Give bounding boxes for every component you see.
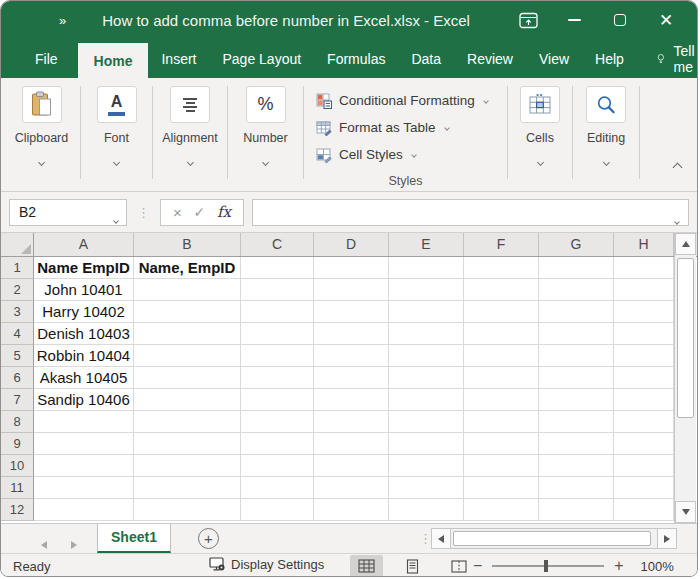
cancel-icon[interactable]: × — [173, 204, 182, 221]
cell-C12[interactable] — [241, 499, 314, 521]
cell-B12[interactable] — [134, 499, 241, 521]
column-header-G[interactable]: G — [539, 233, 614, 256]
cell-F4[interactable] — [464, 323, 539, 345]
previous-sheet-button[interactable] — [41, 535, 47, 553]
cell-D8[interactable] — [314, 411, 389, 433]
tab-data[interactable]: Data — [398, 39, 454, 78]
cell-D11[interactable] — [314, 477, 389, 499]
cell-G7[interactable] — [539, 389, 614, 411]
cell-D6[interactable] — [314, 367, 389, 389]
cell-styles-button[interactable]: Cell Styles — [304, 144, 507, 165]
cell-A4[interactable]: Denish 10403 — [34, 323, 134, 345]
row-header-4[interactable]: 4 — [1, 323, 34, 345]
name-box-dropdown-button[interactable] — [114, 210, 118, 226]
cell-B5[interactable] — [134, 345, 241, 367]
cell-E7[interactable] — [389, 389, 464, 411]
cell-A7[interactable]: Sandip 10406 — [34, 389, 134, 411]
formula-bar[interactable] — [252, 199, 689, 226]
cell-D10[interactable] — [314, 455, 389, 477]
tab-view[interactable]: View — [526, 39, 582, 78]
horizontal-scroll-track[interactable] — [451, 528, 657, 549]
cell-E9[interactable] — [389, 433, 464, 455]
quick-access-toolbar-chevron-icon[interactable]: » — [59, 13, 67, 28]
cell-G4[interactable] — [539, 323, 614, 345]
row-header-11[interactable]: 11 — [1, 477, 34, 499]
cell-B10[interactable] — [134, 455, 241, 477]
enter-check-icon[interactable]: ✓ — [194, 204, 206, 220]
editing-group-button[interactable]: Editing — [573, 84, 639, 169]
cell-G12[interactable] — [539, 499, 614, 521]
tab-page-layout[interactable]: Page Layout — [209, 39, 314, 78]
column-header-F[interactable]: F — [464, 233, 539, 256]
cell-H4[interactable] — [614, 323, 674, 345]
cell-F9[interactable] — [464, 433, 539, 455]
number-group-button[interactable]: % Number — [228, 84, 303, 169]
cell-G9[interactable] — [539, 433, 614, 455]
cell-C2[interactable] — [241, 279, 314, 301]
cell-A10[interactable] — [34, 455, 134, 477]
tab-help[interactable]: Help — [582, 39, 637, 78]
cell-H1[interactable] — [614, 257, 674, 279]
cell-C8[interactable] — [241, 411, 314, 433]
tab-insert[interactable]: Insert — [148, 39, 209, 78]
tab-review[interactable]: Review — [454, 39, 526, 78]
cells-group-button[interactable]: Cells — [508, 84, 572, 169]
vertical-scroll-thumb[interactable] — [677, 258, 694, 418]
cell-A5[interactable]: Robbin 10404 — [34, 345, 134, 367]
next-sheet-button[interactable] — [71, 535, 77, 553]
zoom-in-button[interactable]: + — [614, 558, 623, 574]
ribbon-display-options-button[interactable] — [505, 1, 551, 39]
cell-E8[interactable] — [389, 411, 464, 433]
cell-C4[interactable] — [241, 323, 314, 345]
normal-view-button[interactable] — [350, 555, 383, 577]
cell-E11[interactable] — [389, 477, 464, 499]
cell-B9[interactable] — [134, 433, 241, 455]
cell-H7[interactable] — [614, 389, 674, 411]
row-header-8[interactable]: 8 — [1, 411, 34, 433]
vertical-scrollbar[interactable] — [674, 233, 696, 523]
add-sheet-button[interactable]: + — [198, 528, 219, 549]
cell-E2[interactable] — [389, 279, 464, 301]
cell-A9[interactable] — [34, 433, 134, 455]
sheet-tab-sheet1[interactable]: Sheet1 — [97, 524, 171, 553]
cell-H3[interactable] — [614, 301, 674, 323]
cell-F10[interactable] — [464, 455, 539, 477]
name-box[interactable]: B2 — [9, 199, 127, 226]
zoom-out-button[interactable]: − — [473, 558, 482, 574]
cell-B3[interactable] — [134, 301, 241, 323]
clipboard-group-button[interactable]: Clipboard — [3, 84, 80, 169]
row-header-7[interactable]: 7 — [1, 389, 34, 411]
close-button[interactable]: ✕ — [643, 1, 689, 39]
cell-F2[interactable] — [464, 279, 539, 301]
font-group-button[interactable]: A Font — [81, 84, 152, 169]
scroll-up-button[interactable] — [675, 233, 696, 255]
cell-E5[interactable] — [389, 345, 464, 367]
cell-B7[interactable] — [134, 389, 241, 411]
cell-C6[interactable] — [241, 367, 314, 389]
conditional-formatting-button[interactable]: Conditional Formatting — [304, 90, 507, 111]
cell-F6[interactable] — [464, 367, 539, 389]
row-header-1[interactable]: 1 — [1, 257, 34, 279]
cell-A2[interactable]: John 10401 — [34, 279, 134, 301]
row-header-2[interactable]: 2 — [1, 279, 34, 301]
page-layout-view-button[interactable] — [396, 555, 429, 577]
cell-H2[interactable] — [614, 279, 674, 301]
cell-A1[interactable]: Name EmpID — [34, 257, 134, 279]
row-header-3[interactable]: 3 — [1, 301, 34, 323]
cell-E6[interactable] — [389, 367, 464, 389]
cell-G5[interactable] — [539, 345, 614, 367]
cell-H9[interactable] — [614, 433, 674, 455]
row-header-12[interactable]: 12 — [1, 499, 34, 521]
cell-D4[interactable] — [314, 323, 389, 345]
cell-A3[interactable]: Harry 10402 — [34, 301, 134, 323]
cell-F3[interactable] — [464, 301, 539, 323]
cell-A8[interactable] — [34, 411, 134, 433]
cell-H6[interactable] — [614, 367, 674, 389]
horizontal-scrollbar[interactable] — [431, 528, 677, 549]
cell-F1[interactable] — [464, 257, 539, 279]
formula-bar-divider[interactable]: ⋮ — [137, 206, 150, 219]
row-header-10[interactable]: 10 — [1, 455, 34, 477]
column-header-A[interactable]: A — [34, 233, 134, 256]
cell-C7[interactable] — [241, 389, 314, 411]
vertical-scroll-track[interactable] — [675, 255, 696, 501]
